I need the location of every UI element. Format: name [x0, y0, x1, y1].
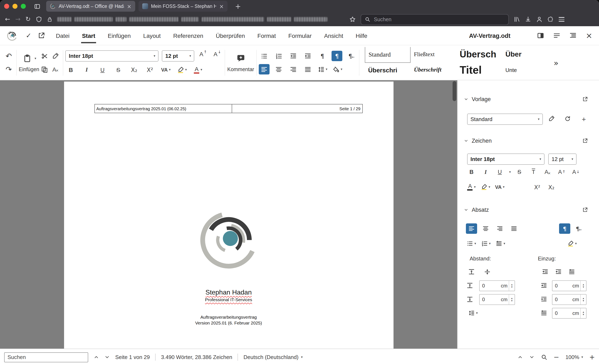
- menu-format[interactable]: Format: [257, 27, 276, 44]
- paragraph-mark-button[interactable]: ¶: [317, 51, 328, 61]
- align-justify-button[interactable]: [302, 64, 313, 74]
- indent-before-spinbox[interactable]: 0cm ▴▾: [552, 280, 587, 291]
- strikethrough-button[interactable]: S: [113, 64, 124, 75]
- paragraph-background-button[interactable]: ▾: [332, 64, 343, 74]
- window-close-button[interactable]: [4, 4, 9, 9]
- next-page-button[interactable]: [529, 355, 535, 360]
- open-in-new-icon[interactable]: [38, 32, 45, 39]
- sidebar-strikethrough-button[interactable]: S: [514, 167, 525, 177]
- search-next-button[interactable]: [104, 355, 110, 360]
- bookmark-star-icon[interactable]: [349, 16, 355, 22]
- spin-stepper[interactable]: ▴▾: [509, 294, 515, 304]
- outline-list-button[interactable]: ▾: [495, 238, 506, 249]
- update-style-button[interactable]: [546, 114, 557, 124]
- browser-search-input[interactable]: [373, 16, 504, 23]
- toolbar-overflow-button[interactable]: »: [551, 58, 561, 68]
- sidebar-align-left-button[interactable]: [466, 223, 477, 234]
- sidebar-bullet-list-button[interactable]: ▾: [466, 238, 477, 249]
- sidebar-italic-button[interactable]: I: [480, 167, 491, 177]
- style-standard[interactable]: Standard: [365, 47, 411, 62]
- tracking-shield-icon[interactable]: [35, 16, 42, 22]
- underline-button[interactable]: U: [97, 64, 108, 75]
- cut-button[interactable]: [39, 51, 50, 61]
- word-count[interactable]: 3.490 Wörter, 28.386 Zeichen: [161, 354, 232, 360]
- grow-font-button[interactable]: A↑: [198, 51, 209, 61]
- space-above-spinbox[interactable]: 0cm ▴▾: [479, 280, 515, 291]
- font-color-button[interactable]: A▾: [193, 64, 203, 75]
- downloads-icon[interactable]: [525, 16, 531, 22]
- align-center-button[interactable]: [273, 64, 284, 74]
- text-direction-button[interactable]: ¶←: [346, 51, 357, 61]
- zoom-in-button[interactable]: +: [589, 353, 595, 361]
- increase-paragraph-spacing-button[interactable]: [466, 267, 477, 277]
- sidebar-align-right-button[interactable]: [494, 223, 505, 234]
- sidebar-line-spacing-button[interactable]: ▾: [467, 308, 479, 318]
- language-selector[interactable]: Deutsch (Deutschland) ▾: [244, 354, 303, 360]
- clone-formatting-button[interactable]: [50, 51, 61, 61]
- sidebar-subscript-button[interactable]: X₂: [546, 182, 557, 192]
- browser-search[interactable]: [361, 14, 509, 25]
- zoom-level-selector[interactable]: 100% ▾: [565, 354, 583, 360]
- increase-indent-button[interactable]: [288, 51, 299, 61]
- font-name-combo[interactable]: Inter 18pt ▾: [66, 50, 159, 62]
- menu-start[interactable]: Start: [82, 27, 95, 44]
- italic-button[interactable]: I: [81, 64, 92, 75]
- lock-icon[interactable]: [47, 16, 52, 22]
- tab-close-icon[interactable]: ×: [127, 3, 132, 9]
- decrease-paragraph-spacing-button[interactable]: [482, 267, 493, 277]
- paragraph-rtl-button[interactable]: ¶←: [573, 223, 584, 234]
- formatting-marks-toggle[interactable]: ¶: [332, 51, 342, 61]
- sidebar-align-justify-button[interactable]: [508, 223, 520, 234]
- section-absatz-header[interactable]: Absatz: [464, 207, 489, 213]
- zoom-magnifier-icon[interactable]: [541, 354, 547, 360]
- account-icon[interactable]: [536, 16, 542, 22]
- clear-formatting-button[interactable]: A×: [50, 64, 61, 74]
- sidebar-bold-button[interactable]: B: [466, 167, 477, 177]
- underline-dropdown-icon[interactable]: ▾: [509, 170, 511, 174]
- document-page[interactable]: Auftragsverarbeitungsvertrag 2025.01 (06…: [64, 81, 393, 349]
- back-icon[interactable]: ←: [5, 16, 10, 22]
- style-ueberschrift4[interactable]: Überschrift: [411, 62, 456, 78]
- bold-button[interactable]: B: [66, 64, 76, 75]
- scrollbar-thumb[interactable]: [453, 81, 456, 101]
- sidebar-font-size-combo[interactable]: 12 pt ▾: [548, 153, 577, 165]
- style-titel[interactable]: Titel: [456, 62, 502, 78]
- superscript-button[interactable]: X²: [145, 64, 155, 75]
- zoom-out-button[interactable]: −: [554, 353, 559, 361]
- menu-layout[interactable]: Layout: [143, 27, 161, 44]
- tab-close-icon[interactable]: ×: [219, 3, 224, 9]
- sidebar-highlight-button[interactable]: ▾: [480, 182, 491, 192]
- paragraph-ltr-button[interactable]: ¶: [559, 223, 570, 234]
- font-size-combo[interactable]: 12 pt ▾: [162, 50, 194, 62]
- space-below-spinbox[interactable]: 0cm ▴▾: [479, 294, 515, 305]
- window-zoom-button[interactable]: [21, 4, 26, 9]
- menu-formular[interactable]: Formular: [288, 27, 312, 44]
- document-canvas[interactable]: Auftragsverarbeitungsvertrag 2025.01 (06…: [0, 80, 457, 349]
- extensions-icon[interactable]: [547, 16, 554, 22]
- app-menu-icon[interactable]: [558, 17, 564, 22]
- style-fliesstext[interactable]: Fließtext: [411, 47, 456, 62]
- menu-ueberpruefen[interactable]: Überprüfen: [216, 27, 245, 44]
- paragraph-background-color-button[interactable]: ▾: [567, 238, 578, 249]
- paste-dropdown-icon[interactable]: ▾: [35, 56, 36, 60]
- document-search-input[interactable]: [4, 352, 88, 362]
- sidebar-grow-font-button[interactable]: A↑: [556, 167, 567, 177]
- highlight-color-button[interactable]: ▾: [176, 64, 188, 75]
- undo-button[interactable]: ↶: [3, 51, 14, 61]
- align-right-button[interactable]: [288, 64, 299, 74]
- section-vorlage-header[interactable]: Vorlage: [464, 96, 491, 102]
- sidebar-clear-formatting-button[interactable]: A×: [542, 167, 553, 177]
- overline-button[interactable]: T: [528, 167, 539, 177]
- menu-ansicht[interactable]: Ansicht: [324, 27, 343, 44]
- section-zeichen-header[interactable]: Zeichen: [464, 138, 492, 144]
- subscript-button[interactable]: X₂: [129, 64, 140, 75]
- absatz-dialog-icon[interactable]: [582, 207, 588, 213]
- spin-stepper[interactable]: ▴▾: [580, 281, 586, 291]
- document-scrollbar[interactable]: [453, 80, 457, 349]
- spin-stepper[interactable]: ▴▾: [509, 281, 515, 291]
- zeichen-dialog-icon[interactable]: [582, 138, 588, 144]
- browser-tab-active[interactable]: AV-Vertrag.odt – Office @ Hada ×: [46, 1, 135, 12]
- sidebar-font-name-combo[interactable]: Inter 18pt ▾: [467, 153, 545, 165]
- sidebar-decrease-indent-button[interactable]: [553, 267, 564, 277]
- browser-tab-inactive[interactable]: Mein FOSS-Stack – Stephan Ha ×: [139, 1, 228, 12]
